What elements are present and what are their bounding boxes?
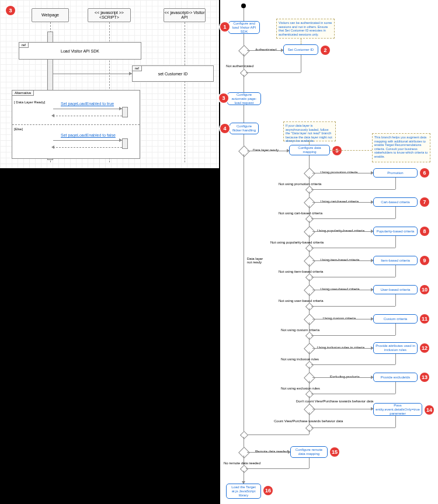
node-configure-flicker[interactable]: Configure flicker handling (230, 123, 259, 134)
return-arrow (53, 116, 122, 116)
badge-12: 12 (420, 343, 429, 353)
node-configure-data-mapping[interactable]: Configure data mapping (289, 145, 330, 155)
node-custom-criteria[interactable]: Custom criteria (373, 314, 418, 324)
node-load-atjs[interactable]: Load the Target at.js JavaScript library (226, 484, 261, 499)
badge-10: 10 (420, 285, 429, 294)
edge (311, 306, 395, 307)
ref-frame-set-customer: ref set Customer ID (132, 65, 214, 82)
node-configure-remote-mapping[interactable]: Configure remote data mapping (290, 446, 328, 458)
label-using-custom: Using custom criteria (323, 317, 356, 320)
merge-node (305, 390, 314, 398)
label-not-authenticated: Not authenticated (226, 64, 253, 68)
flow-chart: Configure and load Visitor API SDK 1 Aut… (220, 0, 438, 504)
node-inclusion-attrs[interactable]: Provide attributes used in inclusion rul… (373, 342, 418, 354)
label-data-layer-not-ready: Data layer not ready (247, 257, 263, 264)
merge-node (240, 465, 248, 473)
node-exclude-ids[interactable]: Provide excludeIds (373, 373, 418, 382)
edge (311, 218, 395, 219)
edge (309, 430, 310, 435)
guard-else: [Else] (14, 127, 23, 131)
decision-item (304, 255, 315, 267)
edge (395, 236, 396, 248)
edge (395, 324, 396, 335)
arrow (53, 74, 132, 74)
edge (246, 72, 301, 73)
merge-node (240, 69, 248, 77)
note-connector (309, 141, 310, 145)
badge-1: 1 (220, 22, 230, 32)
decision-inclusion (304, 343, 315, 354)
decision-custom (304, 314, 315, 325)
edge (312, 409, 372, 409)
badge-3: 3 (219, 93, 228, 103)
badge-5: 5 (332, 146, 342, 155)
merge-node (305, 361, 314, 369)
edge (311, 394, 395, 394)
edge (311, 364, 395, 365)
edge (395, 265, 396, 277)
label-using-promotion: Using promotion criteria (321, 171, 357, 174)
edge (395, 382, 396, 394)
badge-3: 3 (6, 6, 15, 15)
node-configure-visitor-sdk[interactable]: Configure and load Visitor API SDK (228, 21, 260, 34)
edge (312, 377, 372, 378)
label-not-using-promotion: Not using promotion criteria (279, 182, 321, 186)
node-configure-autoload[interactable]: Configure automatic page-load request (227, 92, 261, 105)
edge (247, 151, 288, 151)
label-using-popularity: Using popularity-based criteria (317, 229, 364, 232)
merge-node (305, 424, 314, 432)
node-popularity-criteria[interactable]: Popularity-based criteria (373, 227, 418, 236)
node-promotion[interactable]: Promotion (373, 168, 418, 178)
edge (309, 458, 310, 468)
alt-label: Alternative (12, 90, 34, 96)
edge (244, 435, 309, 435)
activation-bar (122, 138, 128, 149)
edge (301, 55, 301, 72)
edge (244, 154, 244, 435)
edge (311, 248, 395, 248)
msg-set-true[interactable]: Set pageLoadEnabled to true (61, 102, 114, 106)
label-authenticated: Authenticated (255, 48, 277, 51)
edge (311, 277, 395, 277)
node-item-criteria[interactable]: Item-based criteria (373, 256, 418, 265)
sequence-diagram: Webpage << javascript >> <SCRIPT> << jav… (0, 0, 219, 168)
edge (311, 427, 395, 428)
arrow (53, 109, 122, 109)
arrowhead-icon (51, 114, 54, 117)
edge (312, 173, 372, 173)
decision-remote-data (238, 447, 250, 458)
node-user-criteria[interactable]: User-based criteria (373, 285, 418, 294)
edge (246, 468, 309, 469)
note-connector (301, 39, 301, 44)
edge (395, 416, 396, 427)
node-cart-criteria[interactable]: Cart-based criteria (373, 197, 418, 207)
decision-user (304, 284, 315, 296)
badge-4: 4 (220, 124, 230, 133)
label-not-using-inclusion: Not using inclusion rules (281, 357, 319, 361)
merge-node (305, 303, 314, 311)
node-details-only[interactable]: Pass entity.event.detailsOnly=true param… (373, 403, 422, 416)
edge (312, 319, 372, 319)
edge (244, 54, 244, 70)
badge-9: 9 (420, 256, 429, 265)
label-using-inclusion: Using inclusion rules in criteria (317, 346, 364, 349)
edge (247, 452, 289, 453)
arrowhead-icon (129, 72, 132, 75)
note-async: If your data layer is asynchronously loa… (283, 121, 336, 141)
edge (312, 290, 372, 290)
lifeline-webpage: Webpage (32, 8, 69, 22)
decision-cart (304, 197, 315, 208)
edge (244, 471, 244, 482)
note-connector (330, 150, 372, 151)
note-branch: This branch helps you augment data mappi… (372, 133, 430, 162)
start-node (241, 4, 246, 8)
msg-set-false[interactable]: Set pageLoadEnabled to false (61, 133, 116, 137)
edge (244, 8, 244, 21)
return-arrow (53, 147, 122, 148)
edge (247, 50, 282, 51)
ref-title: Load Visitor API SDK (19, 43, 141, 59)
edge (395, 294, 396, 306)
lifeline-line (185, 22, 185, 162)
node-set-customer-id[interactable]: Set Customer ID (283, 44, 318, 55)
label-using-user: Using user-based criteria (321, 287, 360, 291)
